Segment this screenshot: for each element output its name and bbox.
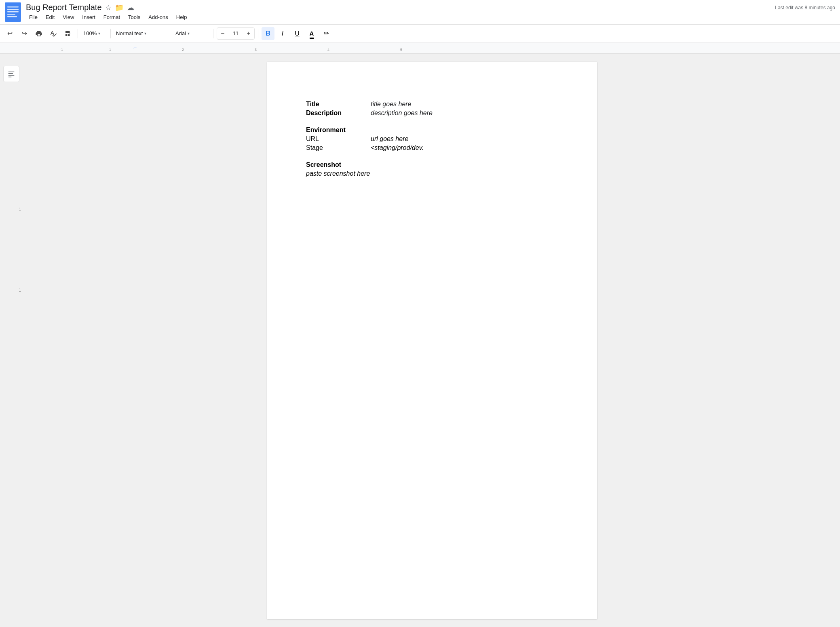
zoom-selector[interactable]: 100% ▾ bbox=[81, 27, 107, 40]
svg-rect-5 bbox=[7, 16, 17, 17]
divider-4 bbox=[213, 29, 213, 38]
menu-tools[interactable]: Tools bbox=[125, 13, 144, 21]
screenshot-heading: Screenshot bbox=[306, 161, 558, 168]
menu-file[interactable]: File bbox=[26, 13, 41, 21]
star-icon[interactable]: ☆ bbox=[105, 3, 112, 12]
last-edit-link[interactable]: Last edit was 8 minutes ago bbox=[775, 5, 835, 11]
url-row: URL url goes here bbox=[306, 135, 558, 143]
divider-2 bbox=[110, 29, 111, 38]
svg-rect-7 bbox=[8, 73, 13, 74]
doc-title-row: Bug Report Template ☆ 📁 ☁ Last edit was … bbox=[26, 3, 835, 12]
url-value[interactable]: url goes here bbox=[371, 135, 408, 143]
document-page[interactable]: Title title goes here Description descri… bbox=[267, 62, 597, 619]
menu-addons[interactable]: Add-ons bbox=[145, 13, 171, 21]
stage-value[interactable]: <staging/prod/dev. bbox=[371, 144, 424, 151]
divider-3 bbox=[170, 29, 170, 38]
description-value[interactable]: description goes here bbox=[371, 109, 433, 117]
menu-view[interactable]: View bbox=[59, 13, 77, 21]
doc-title[interactable]: Bug Report Template bbox=[26, 3, 102, 12]
bold-button[interactable]: B bbox=[262, 27, 274, 40]
divider-1 bbox=[78, 29, 78, 38]
zoom-value: 100% bbox=[83, 30, 97, 36]
menu-help[interactable]: Help bbox=[173, 13, 190, 21]
undo-button[interactable]: ↩ bbox=[3, 27, 16, 40]
spell-check-button[interactable] bbox=[47, 27, 60, 40]
menu-format[interactable]: Format bbox=[100, 13, 123, 21]
font-selector[interactable]: Arial ▾ bbox=[173, 27, 210, 40]
divider-5 bbox=[258, 29, 258, 38]
folder-icon[interactable]: 📁 bbox=[115, 3, 124, 12]
menu-insert[interactable]: Insert bbox=[79, 13, 99, 21]
left-margin: 1 1 bbox=[0, 54, 24, 627]
stage-label: Stage bbox=[306, 144, 371, 151]
style-selector[interactable]: Normal text ▾ bbox=[114, 27, 167, 40]
svg-rect-3 bbox=[7, 11, 19, 13]
font-size-increase-button[interactable]: + bbox=[243, 27, 254, 40]
title-label: Title bbox=[306, 101, 371, 108]
style-arrow: ▾ bbox=[144, 31, 146, 36]
document-outline-button[interactable] bbox=[3, 66, 19, 82]
svg-rect-4 bbox=[7, 14, 15, 15]
text-color-icon: A bbox=[310, 30, 314, 37]
svg-rect-8 bbox=[8, 75, 15, 76]
svg-rect-9 bbox=[8, 77, 12, 78]
svg-rect-6 bbox=[8, 72, 15, 72]
style-value: Normal text bbox=[116, 30, 143, 36]
line-number-2: 1 bbox=[19, 288, 21, 292]
svg-rect-1 bbox=[7, 6, 19, 8]
paint-format-button[interactable] bbox=[61, 27, 74, 40]
font-arrow: ▾ bbox=[188, 31, 190, 36]
url-label: URL bbox=[306, 135, 371, 143]
italic-button[interactable]: I bbox=[276, 27, 289, 40]
font-size-decrease-button[interactable]: − bbox=[217, 27, 228, 40]
title-row: Title title goes here bbox=[306, 101, 558, 108]
last-edit-text: Last edit was 8 minutes ago bbox=[775, 5, 835, 11]
highlight-button[interactable]: ✏ bbox=[320, 27, 333, 40]
page-wrapper: Title title goes here Description descri… bbox=[24, 54, 840, 627]
menu-bar: File Edit View Insert Format Tools Add-o… bbox=[26, 13, 835, 21]
environment-heading: Environment bbox=[306, 126, 558, 134]
screenshot-value[interactable]: paste screenshot here bbox=[306, 170, 558, 177]
cloud-icon[interactable]: ☁ bbox=[127, 3, 134, 12]
doc-icon bbox=[5, 2, 21, 22]
font-size-area: − + bbox=[217, 27, 255, 40]
stage-row: Stage <staging/prod/dev. bbox=[306, 144, 558, 151]
redo-button[interactable]: ↪ bbox=[18, 27, 31, 40]
main-area: 1 1 Title title goes here Description de… bbox=[0, 54, 840, 627]
print-button[interactable] bbox=[32, 27, 45, 40]
font-size-input[interactable] bbox=[228, 30, 243, 36]
underline-button[interactable]: U bbox=[291, 27, 304, 40]
menu-edit[interactable]: Edit bbox=[42, 13, 58, 21]
description-label: Description bbox=[306, 109, 371, 117]
svg-rect-2 bbox=[7, 9, 19, 10]
description-row: Description description goes here bbox=[306, 109, 558, 117]
zoom-arrow: ▾ bbox=[98, 31, 100, 36]
font-value: Arial bbox=[175, 30, 186, 36]
toolbar: ↩ ↪ 100% ▾ Normal text ▾ Arial ▾ − + B I… bbox=[0, 25, 840, 42]
text-color-button[interactable]: A bbox=[305, 27, 318, 40]
title-value[interactable]: title goes here bbox=[371, 101, 412, 108]
line-number-1: 1 bbox=[19, 207, 21, 212]
top-bar: Bug Report Template ☆ 📁 ☁ Last edit was … bbox=[0, 0, 840, 25]
ruler: -1 1 2 3 4 5 ⌐ bbox=[0, 42, 840, 54]
title-area: Bug Report Template ☆ 📁 ☁ Last edit was … bbox=[26, 3, 835, 21]
